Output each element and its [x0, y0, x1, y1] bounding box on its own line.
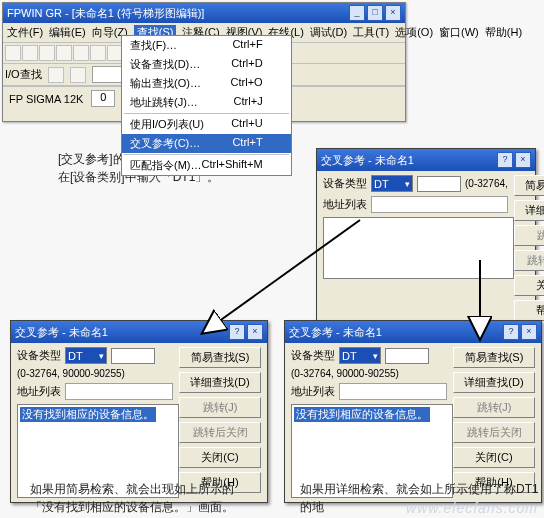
simple-search-button[interactable]: 简易查找(S) — [514, 175, 544, 196]
close-button[interactable]: 关闭(C) — [453, 447, 535, 468]
close-icon[interactable]: × — [515, 152, 531, 168]
device-number-input[interactable] — [385, 348, 429, 364]
jump-close-button[interactable]: 跳转后关闭 — [514, 250, 544, 271]
button-column: 简易查找(S) 详细查找(D) 跳转(J) 跳转后关闭 关闭(C) 帮助(H) — [179, 347, 261, 498]
help-icon[interactable]: ? — [229, 324, 245, 340]
toolbar-icon[interactable] — [56, 45, 72, 61]
help-icon[interactable]: ? — [503, 324, 519, 340]
button-column: 简易查找(S) 详细查找(D) 跳转(J) 跳转后关闭 关闭(C) 帮助(H) — [514, 175, 544, 321]
jump-button[interactable]: 跳转(J) — [514, 225, 544, 246]
caption-left: 如果用简易检索、就会出现如上所示的 「没有找到相应的设备信息。」画面。 — [30, 480, 270, 516]
dialog-titlebar: 交叉参考 - 未命名1 ?× — [285, 321, 541, 343]
list-message: 没有找到相应的设备信息。 — [294, 407, 430, 422]
main-titlebar: FPWIN GR - [未命名1 (符号梯形图编辑)] _ □ × — [3, 3, 405, 23]
menu-window[interactable]: 窗口(W) — [439, 25, 479, 40]
toolbar-icon[interactable] — [73, 45, 89, 61]
toolbar-icon[interactable] — [5, 45, 21, 61]
menu-option[interactable]: 选项(O) — [395, 25, 433, 40]
dialog-body: 设备类型 DT (0-32764, 90000-90255) 地址列表 没有找到… — [11, 343, 267, 502]
addr-list-input[interactable] — [371, 196, 508, 213]
device-type-select[interactable]: DT — [339, 347, 381, 364]
watermark: www.elecfans.com — [406, 500, 538, 516]
range-text: (0-32764, — [465, 178, 508, 189]
cross-ref-dialog-top: 交叉参考 - 未命名1 ?× 设备类型 DT (0-32764, 地址列表 简易… — [316, 148, 536, 326]
button-column: 简易查找(S) 详细查找(D) 跳转(J) 跳转后关闭 关闭(C) 帮助(H) — [453, 347, 535, 498]
io-label: I/O查找 — [5, 67, 42, 82]
device-type-label: 设备类型 — [291, 348, 335, 363]
jump-button[interactable]: 跳转(J) — [179, 397, 261, 418]
detail-search-button[interactable]: 详细查找(D) — [453, 372, 535, 393]
search-dropdown[interactable]: 查找(F)…Ctrl+F 设备查找(D)…Ctrl+D 输出查找(O)…Ctrl… — [121, 35, 292, 176]
dialog-body: 设备类型 DT (0-32764, 地址列表 简易查找(S) 详细查找(D) 跳… — [317, 171, 535, 325]
menu-tool[interactable]: 工具(T) — [353, 25, 389, 40]
cross-ref-dialog-right: 交叉参考 - 未命名1 ?× 设备类型 DT (0-32764, 90000-9… — [284, 320, 542, 503]
plc-model: FP SIGMA 12K — [9, 93, 83, 105]
addr-list-input[interactable] — [339, 383, 447, 400]
menu-item-output-find[interactable]: 输出查找(O)…Ctrl+O — [122, 74, 291, 93]
dialog-title: 交叉参考 - 未命名1 — [289, 325, 382, 340]
menu-item-find[interactable]: 查找(F)…Ctrl+F — [122, 36, 291, 55]
device-number-input[interactable] — [417, 176, 461, 192]
device-type-label: 设备类型 — [323, 176, 367, 191]
simple-search-button[interactable]: 简易查找(S) — [179, 347, 261, 368]
result-listbox[interactable] — [323, 217, 514, 279]
addr-list-input[interactable] — [65, 383, 173, 400]
caption-line: 「没有找到相应的设备信息。」画面。 — [30, 498, 270, 516]
caption-line: 如果用简易检索、就会出现如上所示的 — [30, 480, 270, 498]
close-icon[interactable]: × — [521, 324, 537, 340]
menu-item-io-list[interactable]: 使用I/O列表(U)Ctrl+U — [122, 115, 291, 134]
close-button[interactable]: 关闭(C) — [514, 275, 544, 296]
menu-item-cross-ref[interactable]: 交叉参考(C)…Ctrl+T — [122, 134, 291, 153]
jump-button[interactable]: 跳转(J) — [453, 397, 535, 418]
status-num: 0 — [91, 90, 115, 107]
maximize-button[interactable]: □ — [367, 5, 383, 21]
simple-search-button[interactable]: 简易查找(S) — [453, 347, 535, 368]
close-button[interactable]: 关闭(C) — [179, 447, 261, 468]
addr-list-label: 地址列表 — [291, 384, 335, 399]
device-number-input[interactable] — [111, 348, 155, 364]
arrow-left-icon[interactable] — [48, 67, 64, 83]
detail-search-button[interactable]: 详细查找(D) — [514, 200, 544, 221]
dialog-titlebar: 交叉参考 - 未命名1 ?× — [317, 149, 535, 171]
arrow-right-icon[interactable] — [70, 67, 86, 83]
window-controls: _ □ × — [349, 5, 401, 21]
device-type-label: 设备类型 — [17, 348, 61, 363]
main-title-text: FPWIN GR - [未命名1 (符号梯形图编辑)] — [7, 6, 204, 21]
addr-list-label: 地址列表 — [323, 197, 367, 212]
close-button[interactable]: × — [385, 5, 401, 21]
toolbar-icon[interactable] — [90, 45, 106, 61]
toolbar-icon[interactable] — [39, 45, 55, 61]
toolbar-icon[interactable] — [22, 45, 38, 61]
range-text: (0-32764, 90000-90255) — [291, 368, 399, 379]
dialog-titlebar: 交叉参考 - 未命名1 ?× — [11, 321, 267, 343]
menu-item-match-instr[interactable]: 匹配指令(M)…Ctrl+Shift+M — [122, 156, 291, 175]
device-type-select[interactable]: DT — [65, 347, 107, 364]
menu-item-addr-jump[interactable]: 地址跳转(J)…Ctrl+J — [122, 93, 291, 112]
dialog-body: 设备类型 DT (0-32764, 90000-90255) 地址列表 没有找到… — [285, 343, 541, 502]
jump-close-button[interactable]: 跳转后关闭 — [453, 422, 535, 443]
close-icon[interactable]: × — [247, 324, 263, 340]
menu-item-device-find[interactable]: 设备查找(D)…Ctrl+D — [122, 55, 291, 74]
menu-edit[interactable]: 编辑(E) — [49, 25, 86, 40]
cross-ref-dialog-left: 交叉参考 - 未命名1 ?× 设备类型 DT (0-32764, 90000-9… — [10, 320, 268, 503]
list-message: 没有找到相应的设备信息。 — [20, 407, 156, 422]
menu-file[interactable]: 文件(F) — [7, 25, 43, 40]
range-text: (0-32764, 90000-90255) — [17, 368, 125, 379]
jump-close-button[interactable]: 跳转后关闭 — [179, 422, 261, 443]
dialog-title: 交叉参考 - 未命名1 — [15, 325, 108, 340]
help-icon[interactable]: ? — [497, 152, 513, 168]
menu-help[interactable]: 帮助(H) — [485, 25, 522, 40]
help-button[interactable]: 帮助(H) — [514, 300, 544, 321]
dialog-title: 交叉参考 - 未命名1 — [321, 153, 414, 168]
addr-list-label: 地址列表 — [17, 384, 61, 399]
menu-debug[interactable]: 调试(D) — [310, 25, 347, 40]
minimize-button[interactable]: _ — [349, 5, 365, 21]
main-app-window: FPWIN GR - [未命名1 (符号梯形图编辑)] _ □ × 文件(F) … — [2, 2, 406, 122]
device-type-select[interactable]: DT — [371, 175, 413, 192]
detail-search-button[interactable]: 详细查找(D) — [179, 372, 261, 393]
